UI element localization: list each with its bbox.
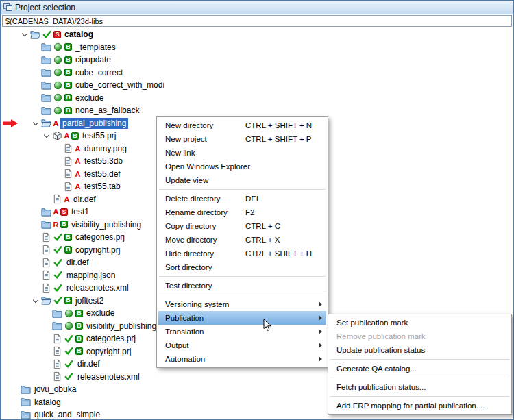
tree-item-label[interactable]: cipupdate	[73, 54, 113, 65]
tree-item-label[interactable]: dir.def	[75, 358, 102, 369]
menu-item-new-project[interactable]: New projectCTRL + SHIFT + P	[158, 132, 326, 146]
menu-item-set-publication-mark[interactable]: Set publication mark	[330, 316, 510, 330]
menu-item-label: Delete directory	[165, 195, 221, 203]
tree-item-label[interactable]: dummy.png	[82, 143, 129, 154]
menu-item-new-link[interactable]: New link	[158, 146, 326, 160]
tree-item-none-as-fallback[interactable]: Bnone_as_fallback	[1, 104, 513, 117]
tree-item-label[interactable]: exclude	[73, 92, 106, 103]
tree-item-label[interactable]: test55.def	[82, 169, 123, 180]
menu-separator	[159, 189, 326, 190]
menu-item-label: Automation	[165, 355, 205, 363]
menu-item-label: Publication	[165, 314, 204, 322]
badge-b-icon: B	[64, 234, 72, 241]
tree-item-label[interactable]: releasenotes.xml	[75, 371, 142, 382]
menu-item-new-directory[interactable]: New directoryCTRL + SHIFT + N	[158, 119, 326, 132]
menu-item-fetch-publication-status[interactable]: Fetch publication status...	[330, 380, 510, 394]
expander-icon[interactable]	[32, 119, 40, 127]
tree-item-label[interactable]: cube_correct	[73, 67, 125, 78]
file-icon	[63, 143, 73, 153]
menu-item-publication[interactable]: Publication	[158, 311, 326, 325]
tree-item-exclude[interactable]: Bexclude	[1, 92, 513, 105]
orb-icon	[64, 321, 74, 331]
folder-icon	[41, 80, 51, 90]
menu-item-update-view[interactable]: Update view	[158, 173, 326, 187]
tree-item-label[interactable]: dir.def	[64, 257, 91, 268]
menu-item-label: New directory	[165, 121, 213, 129]
folder-icon	[52, 308, 62, 319]
folder-icon	[21, 384, 31, 395]
menu-item-label: Copy directory	[165, 222, 216, 230]
tree-item-label[interactable]: jovu_obuka	[32, 384, 78, 395]
folder-icon	[41, 92, 51, 103]
tree-item-label[interactable]: none_as_fallback	[73, 105, 141, 116]
folder-icon	[52, 321, 62, 331]
menu-item-delete-directory[interactable]: Delete directoryDEL	[158, 192, 326, 206]
menu-item-versioning-system[interactable]: Versioning system	[158, 297, 326, 311]
tree-item-label[interactable]: exclude	[84, 308, 117, 319]
titlebar[interactable]: Project selection	[1, 1, 513, 14]
check-icon	[64, 371, 74, 382]
tree-item-label[interactable]: releasenotes.xml	[64, 282, 131, 293]
menu-item-rename-directory[interactable]: Rename directoryF2	[158, 206, 326, 219]
status-letter-a: A	[75, 145, 81, 153]
menu-item-remove-publication-mark[interactable]: Remove publication mark	[330, 330, 510, 343]
tree-item-label[interactable]: visibility_publishing	[84, 321, 158, 332]
tree-item-label[interactable]: cube_correct_with_modi	[73, 79, 167, 90]
tree-item-label[interactable]: test1	[69, 206, 91, 217]
expander-icon[interactable]	[21, 30, 29, 38]
folder-icon	[41, 207, 51, 217]
tree-item-cube-correct[interactable]: Bcube_correct	[1, 66, 513, 79]
menu-item-open-windows-explorer[interactable]: Open Windows Explorer	[158, 160, 326, 173]
tree-item-label[interactable]: categories.prj	[73, 232, 127, 243]
menu-item-shortcut: CTRL + SHIFT + P	[245, 135, 322, 143]
menu-item-hide-directory[interactable]: Hide directoryCTRL + SHIFT + H	[158, 247, 326, 260]
tree-item-label[interactable]: visibility_publishing	[69, 219, 143, 230]
menu-item-move-directory[interactable]: Move directoryCTRL + X	[158, 233, 326, 247]
tree-item-label[interactable]: test55.3db	[82, 156, 125, 166]
tree-item-label[interactable]: catalog	[62, 29, 95, 40]
expander-icon[interactable]	[32, 297, 40, 305]
file-icon	[52, 346, 62, 356]
tree-item-label[interactable]: test55.tab	[82, 181, 123, 192]
menu-item-label: Generate QA catalog...	[336, 365, 417, 373]
file-icon	[52, 371, 62, 382]
window-title: Project selection	[15, 3, 75, 12]
menu-item-generate-qa-catalog[interactable]: Generate QA catalog...	[330, 362, 510, 375]
tree-item-cipupdate[interactable]: Bcipupdate	[1, 53, 513, 66]
tree-item-label[interactable]: test55.prj	[80, 130, 118, 141]
menu-item-update-publication-status[interactable]: Update publication status	[330, 343, 510, 357]
mouse-cursor-icon	[263, 319, 272, 334]
badge-b-icon: B	[75, 347, 83, 355]
menu-item-automation[interactable]: Automation	[158, 352, 326, 366]
menu-item-add-erp-mapping-for-partial-publication[interactable]: Add ERP mapping for partial publication.…	[330, 399, 510, 412]
publication-submenu: Set publication markRemove publication m…	[328, 314, 512, 415]
tree-item-label[interactable]: dir.def	[71, 194, 98, 205]
menu-item-copy-directory[interactable]: Copy directoryCTRL + C	[158, 219, 326, 233]
tree-item-label[interactable]: _templates	[73, 42, 118, 53]
expander-icon[interactable]	[42, 132, 51, 140]
status-letter-a: A	[75, 182, 81, 190]
tree-item-label[interactable]: katalog	[32, 397, 63, 408]
tree-item-label[interactable]: partial_publishing	[60, 118, 128, 129]
tree-item-label[interactable]: categories.prj	[84, 333, 138, 344]
menu-item-shortcut: DEL	[245, 195, 322, 203]
folder-icon	[41, 42, 51, 52]
check-icon	[64, 346, 74, 356]
path-field[interactable]: $(CADENAS_DATA)/23d-libs	[2, 15, 512, 27]
tree-item-cube-correct-with-modi[interactable]: Bcube_correct_with_modi	[1, 79, 513, 92]
tree-item-templates[interactable]: B_templates	[1, 41, 513, 54]
menu-item-output[interactable]: Output	[158, 338, 326, 352]
tree-item-label[interactable]: copyright.prj	[73, 245, 122, 256]
tree-item-label[interactable]: jofltest2	[73, 295, 106, 306]
tree-item-label[interactable]: mapping.json	[64, 270, 117, 281]
menu-separator	[159, 276, 326, 277]
tree-item-label[interactable]: copyright.prj	[84, 346, 133, 357]
menu-item-translation[interactable]: Translation	[158, 325, 326, 338]
status-letter-a: A	[53, 208, 59, 216]
menu-item-test-directory[interactable]: Test directory	[158, 279, 326, 293]
file-icon	[63, 169, 73, 179]
menu-item-sort-directory[interactable]: Sort directory	[158, 260, 326, 274]
tree-item-catalog[interactable]: Scatalog	[1, 28, 513, 41]
badge-b-icon: B	[75, 310, 83, 317]
tree-item-label[interactable]: quick_and_simple	[32, 409, 102, 419]
